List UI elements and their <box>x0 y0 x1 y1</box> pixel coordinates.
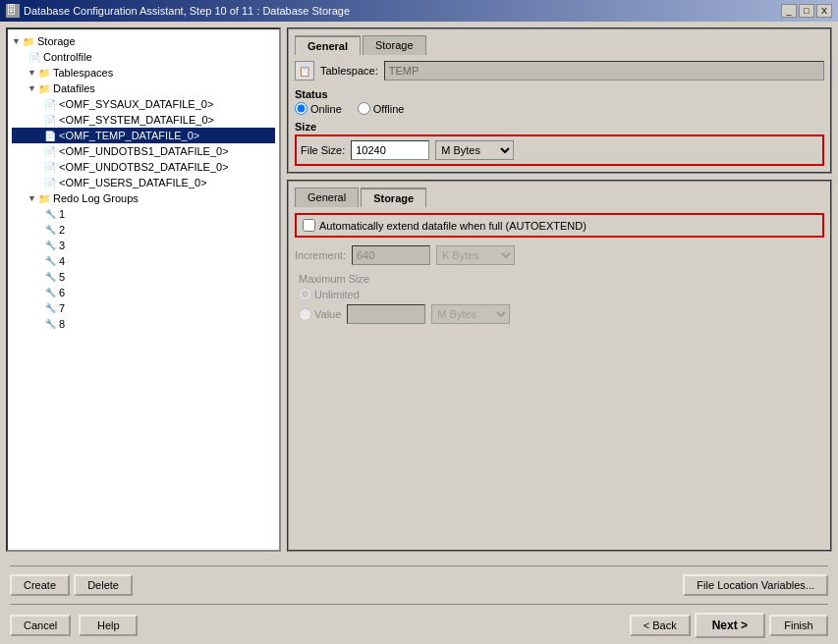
window-controls[interactable]: _ □ X <box>781 4 832 18</box>
expand-icon-redo: ▼ <box>28 193 37 203</box>
finish-button[interactable]: Finish <box>769 615 828 636</box>
tree-item-redo8[interactable]: 🔧 8 <box>12 316 275 332</box>
tab-general-bottom[interactable]: General <box>295 188 359 207</box>
file-icon-sysaux: 📄 <box>43 97 57 111</box>
nav-right: < Back Next > Finish <box>630 613 828 638</box>
tree-item-redo3[interactable]: 🔧 3 <box>12 238 275 253</box>
tablespace-icon: 📋 <box>295 61 314 80</box>
redo-icon-8: 🔧 <box>43 317 57 331</box>
close-button[interactable]: X <box>816 4 832 18</box>
value-input <box>347 304 425 324</box>
file-location-button[interactable]: File Location Variables... <box>683 574 828 596</box>
back-button[interactable]: < Back <box>630 615 691 636</box>
next-button[interactable]: Next > <box>695 613 765 638</box>
tree-label-omf-users: <OMF_USERS_DATAFILE_0> <box>59 177 207 188</box>
tree-item-storage[interactable]: ▼ 📁 Storage <box>12 33 275 49</box>
value-radio-label[interactable]: Value <box>299 308 341 321</box>
tree-item-redo6[interactable]: 🔧 6 <box>12 285 275 300</box>
tree-label-redo8: 8 <box>59 318 65 330</box>
tree-label-redo6: 6 <box>59 287 65 298</box>
tree-label-tablespaces: Tablespaces <box>53 67 113 79</box>
increment-row: Increment: K Bytes M Bytes <box>295 245 824 265</box>
nav-left: Cancel Help <box>10 615 138 636</box>
tree-label-redo1: 1 <box>59 208 65 220</box>
delete-button[interactable]: Delete <box>74 574 133 596</box>
status-section: Status Online Offline <box>295 88 824 115</box>
tree-item-omf-temp[interactable]: 📄 <OMF_TEMP_DATAFILE_0> <box>12 128 275 143</box>
tree-label-redo7: 7 <box>59 302 65 314</box>
value-unit-select: M Bytes G Bytes <box>431 304 510 324</box>
tree-item-redo[interactable]: ▼ 📁 Redo Log Groups <box>12 190 275 206</box>
tree-item-omf-sysaux[interactable]: 📄 <OMF_SYSAUX_DATAFILE_0> <box>12 96 275 112</box>
unlimited-radio-label[interactable]: Unlimited <box>299 288 824 300</box>
tab-storage-bottom[interactable]: Storage <box>361 188 426 207</box>
tree-item-controlfile[interactable]: 📄 Controlfile <box>12 49 275 65</box>
autoextend-checkbox[interactable] <box>303 219 315 232</box>
tree-label-redo3: 3 <box>59 240 65 251</box>
tree-item-redo7[interactable]: 🔧 7 <box>12 300 275 316</box>
size-label: Size <box>295 121 824 133</box>
expand-icon: ▼ <box>12 36 22 46</box>
tree-panel: ▼ 📁 Storage 📄 Controlfile ▼ 📁 Tablespace… <box>6 27 281 552</box>
app-icon: 🗄 <box>6 4 20 18</box>
tablespace-input[interactable] <box>384 61 824 80</box>
bottom-panel-section: General Storage Automatically extend dat… <box>287 180 832 552</box>
tree-item-omf-undotbs1[interactable]: 📄 <OMF_UNDOTBS1_DATAFILE_0> <box>12 143 275 159</box>
file-size-label: File Size: <box>301 144 345 156</box>
tree-item-redo4[interactable]: 🔧 4 <box>12 253 275 269</box>
tablespace-field: 📋 Tablespace: <box>295 61 824 80</box>
top-tabs: General Storage <box>295 35 824 55</box>
bottom-tabs: General Storage <box>295 188 824 207</box>
tree-label-omf-undotbs1: <OMF_UNDOTBS1_DATAFILE_0> <box>59 145 229 157</box>
tree-label-controlfile: Controlfile <box>43 51 92 63</box>
tree-item-tablespaces[interactable]: ▼ 📁 Tablespaces <box>12 65 275 80</box>
tree-item-redo1[interactable]: 🔧 1 <box>12 206 275 222</box>
tree-label-redo2: 2 <box>59 224 65 236</box>
create-button[interactable]: Create <box>10 574 70 596</box>
mid-buttons: Create Delete File Location Variables... <box>10 574 828 596</box>
increment-label: Increment: <box>295 249 346 261</box>
tab-general-top[interactable]: General <box>295 35 361 55</box>
offline-radio[interactable] <box>358 102 370 115</box>
cancel-button[interactable]: Cancel <box>10 615 71 636</box>
tree-item-omf-undotbs2[interactable]: 📄 <OMF_UNDOTBS2_DATAFILE_0> <box>12 159 275 175</box>
bottom-section: Create Delete File Location Variables...… <box>0 558 838 644</box>
file-icon-system: 📄 <box>43 113 57 127</box>
tree-item-omf-system[interactable]: 📄 <OMF_SYSTEM_DATAFILE_0> <box>12 112 275 128</box>
main-content: ▼ 📁 Storage 📄 Controlfile ▼ 📁 Tablespace… <box>0 22 838 644</box>
folder-icon-redo: 📁 <box>37 191 51 205</box>
folder-icon-datafiles: 📁 <box>37 81 51 95</box>
tree-item-omf-users[interactable]: 📄 <OMF_USERS_DATAFILE_0> <box>12 175 275 190</box>
file-icon-undotbs2: 📄 <box>43 160 57 174</box>
help-button[interactable]: Help <box>79 615 138 636</box>
tree-label-redo4: 4 <box>59 255 65 267</box>
redo-icon-2: 🔧 <box>43 223 57 237</box>
right-panel: General Storage 📋 Tablespace: Status <box>287 27 832 552</box>
redo-icon-6: 🔧 <box>43 286 57 299</box>
value-radio <box>299 308 311 321</box>
tab-storage-top[interactable]: Storage <box>363 35 426 55</box>
folder-icon-tablespaces: 📁 <box>37 66 51 80</box>
maximize-button[interactable]: □ <box>799 4 814 18</box>
offline-radio-label[interactable]: Offline <box>358 102 405 115</box>
online-radio[interactable] <box>295 102 307 115</box>
tree-item-redo2[interactable]: 🔧 2 <box>12 222 275 238</box>
file-icon-undotbs1: 📄 <box>43 144 57 158</box>
redo-icon-5: 🔧 <box>43 270 57 284</box>
redo-icon-3: 🔧 <box>43 239 57 252</box>
top-panel-section: General Storage 📋 Tablespace: Status <box>287 27 832 174</box>
tree-item-datafiles[interactable]: ▼ 📁 Datafiles <box>12 80 275 96</box>
increment-unit-select: K Bytes M Bytes <box>436 245 515 265</box>
redo-icon-4: 🔧 <box>43 254 57 268</box>
file-size-unit-select[interactable]: K Bytes M Bytes G Bytes <box>435 140 514 160</box>
offline-label: Offline <box>373 103 405 115</box>
separator-1 <box>10 565 828 566</box>
online-radio-label[interactable]: Online <box>295 102 342 115</box>
file-size-input[interactable] <box>351 140 429 160</box>
unlimited-radio <box>299 288 311 300</box>
minimize-button[interactable]: _ <box>781 4 797 18</box>
tree-label-storage: Storage <box>37 35 76 47</box>
autoextend-row: Automatically extend datafile when full … <box>295 213 824 238</box>
tree-item-redo5[interactable]: 🔧 5 <box>12 269 275 285</box>
tree-label-redo5: 5 <box>59 271 65 283</box>
